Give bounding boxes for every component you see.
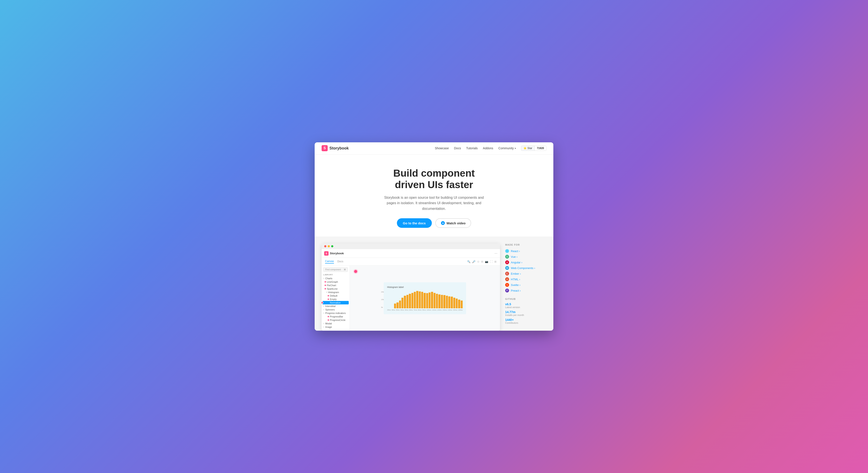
triangle-icon: ▷ [323, 309, 324, 311]
triangle-icon: ▷ [323, 278, 324, 279]
sb-tabs: Canvas Docs 🔍 🔎 ⊙ ⊞ 📷 ⛶ ⊠ [321, 258, 500, 265]
play-icon: ▶ [441, 221, 445, 225]
tab-canvas[interactable]: Canvas [325, 260, 334, 264]
logo-text: Storybook [330, 146, 349, 151]
github-contributors: 1440+ [505, 318, 547, 321]
sidebar-group-image[interactable]: ▷ Image [321, 325, 349, 329]
expand-icon[interactable]: ⊠ [494, 260, 496, 263]
made-for-vue[interactable]: V Vue › [505, 254, 547, 259]
sidebar-item-empty[interactable]: Empty [321, 297, 349, 301]
star-button[interactable]: ⭐ Star [521, 146, 535, 151]
histogram-bar [399, 301, 401, 308]
sb-sidebar: Find component ⌘ LIBRARY ▷ Charts LineGr… [321, 265, 350, 331]
sidebar-item-sparkline[interactable]: SparkLine [321, 287, 349, 290]
made-for-html[interactable]: H HTML › [505, 277, 547, 282]
made-for-ember[interactable]: E Ember › [505, 271, 547, 277]
chevron-down-icon: ▾ [515, 147, 516, 150]
histogram-bar [421, 292, 423, 308]
github-star-widget: ⭐ Star 71920 [521, 146, 547, 151]
triangle-icon: ▷ [323, 312, 324, 314]
sidebar-item-default[interactable]: Default [321, 294, 349, 297]
angular-icon: A [505, 260, 509, 264]
histogram-bar [456, 298, 458, 308]
triangle-icon: ▾ [327, 291, 327, 293]
go-to-docs-button[interactable]: Go to the docs [397, 218, 432, 228]
made-for-react[interactable]: ⚛ React › [505, 248, 547, 254]
histogram-bar [436, 294, 438, 308]
sb-menu-dots[interactable]: ··· [495, 251, 497, 255]
nav-docs[interactable]: Docs [454, 147, 461, 150]
story-dot-icon [324, 285, 326, 286]
sidebar-group-spinners[interactable]: ▷ Spinners [321, 308, 349, 311]
made-for-sidebar: MADE FOR ⚛ React › V Vue › A Angular › W… [505, 244, 547, 326]
window-minimize-dot [328, 245, 330, 247]
made-for-preact[interactable]: P Preact › [505, 288, 547, 293]
zoom-in-icon[interactable]: 🔍 [467, 260, 470, 263]
sidebar-item-progresscircle[interactable]: ProgressCircle [321, 318, 349, 322]
made-for-web-components[interactable]: W Web Components › [505, 265, 547, 271]
library-label: LIBRARY [321, 274, 349, 277]
grid-icon[interactable]: ⊞ [481, 260, 483, 263]
sidebar-group-charts[interactable]: ▷ Charts [321, 277, 349, 280]
sidebar-group-progress[interactable]: ▷ Progress indicators [321, 311, 349, 315]
histogram-bar [401, 298, 403, 308]
sidebar-group-histogram[interactable]: ▾ Histogram [321, 290, 349, 294]
histogram-visualization: Histogram label 20k 15k 5k 25ms30ms35ms [384, 282, 466, 314]
sidebar-group-interstitial[interactable]: ▷ Interstitial [321, 305, 349, 308]
histogram-bar [434, 293, 436, 308]
sidebar-item-progressbar[interactable]: ProgressBar [321, 315, 349, 318]
sidebar-item-linegraph[interactable]: LineGraph [321, 280, 349, 284]
histogram-bar [397, 303, 398, 308]
story-dot-icon [328, 298, 329, 300]
fullscreen-icon[interactable]: ⛶ [490, 260, 493, 263]
svelte-icon: S [505, 283, 509, 287]
triangle-icon: ▷ [323, 326, 324, 328]
made-for-title: MADE FOR [505, 244, 547, 246]
sidebar-item-piechart[interactable]: PieChart [321, 284, 349, 287]
nav-addons[interactable]: Addons [483, 147, 493, 150]
vue-icon: V [505, 255, 509, 259]
watch-video-button[interactable]: ▶ Watch video [435, 218, 471, 228]
demo-section: S Storybook ··· Canvas Docs 🔍 🔎 ⊙ ⊞ 📷 ⛶ … [315, 236, 553, 331]
made-for-svelte[interactable]: S Svelte › [505, 282, 547, 288]
window-close-dot [324, 245, 327, 247]
screenshot-icon[interactable]: 📷 [485, 260, 488, 263]
web-components-icon: W [505, 266, 509, 270]
nav-community-label: Community [498, 147, 514, 150]
sidebar-group-modal[interactable]: ▷ Modal [321, 322, 349, 325]
sb-search-box[interactable]: Find component ⌘ [323, 267, 348, 272]
histogram-bar [451, 296, 453, 308]
made-for-angular[interactable]: A Angular › [505, 259, 547, 265]
nav-community-dropdown[interactable]: Community ▾ [498, 147, 516, 150]
histogram-bar [461, 301, 463, 308]
search-placeholder: Find component [325, 269, 341, 271]
github-installs-label: Installs per month [505, 314, 547, 316]
sb-logo-small: S Storybook [324, 251, 344, 256]
reset-zoom-icon[interactable]: ⊙ [477, 260, 479, 263]
histogram-bar [404, 296, 406, 308]
histogram-y-labels: 20k 15k 5k [381, 291, 384, 308]
histogram-bar [438, 294, 440, 308]
zoom-out-icon[interactable]: 🔎 [472, 260, 475, 263]
histogram-bar [406, 295, 408, 308]
histogram-bar [416, 291, 418, 308]
y-label-15k: 15k [381, 298, 384, 301]
angular-label: Angular › [511, 261, 522, 264]
tab-docs[interactable]: Docs [337, 260, 343, 263]
vue-label: Vue › [511, 255, 518, 258]
preact-label: Preact › [511, 289, 521, 292]
nav-showcase[interactable]: Showcase [435, 147, 449, 150]
html-label: HTML › [511, 278, 520, 281]
logo-link[interactable]: S Storybook [321, 145, 349, 151]
histogram-bar [446, 296, 448, 308]
histogram-bar [441, 295, 443, 308]
github-contributors-label: Contributors [505, 321, 547, 324]
histogram-bar [424, 293, 426, 308]
star-label: Star [528, 147, 532, 150]
histogram-x-labels: 25ms30ms35ms40ms50ms 60ms70ms80ms90ms100… [387, 309, 463, 311]
window-titlebar [321, 244, 500, 249]
sidebar-item-normalize[interactable]: Normalize [322, 301, 349, 305]
github-section-title: GITHUB [505, 298, 547, 300]
nav-tutorials[interactable]: Tutorials [466, 147, 477, 150]
window-maximize-dot [331, 245, 333, 247]
